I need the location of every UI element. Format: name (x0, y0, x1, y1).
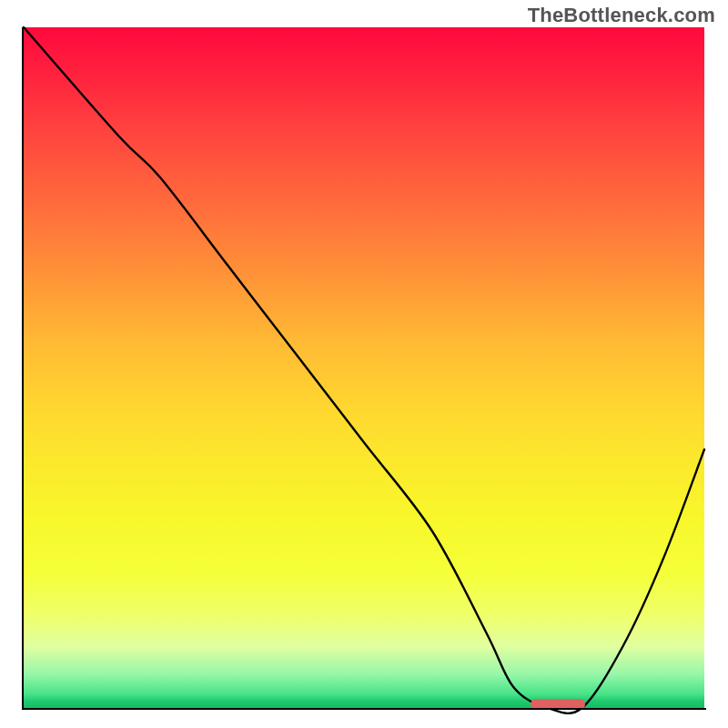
x-axis-line (22, 708, 706, 710)
curve-layer (24, 27, 704, 708)
bottleneck-chart: TheBottleneck.com (0, 0, 728, 728)
attribution-text: TheBottleneck.com (528, 4, 715, 27)
y-axis-line (22, 27, 24, 710)
bottleneck-curve-path (24, 27, 704, 713)
